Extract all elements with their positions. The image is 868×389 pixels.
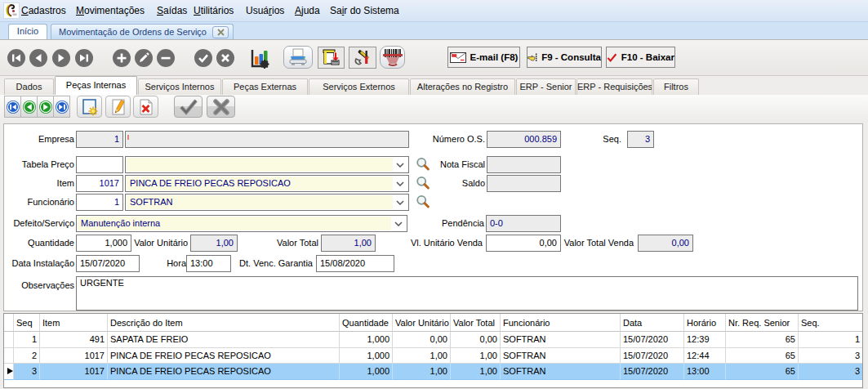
menu-usuarios[interactable]: Usuários (246, 0, 284, 21)
grid-header-data[interactable]: Data (621, 314, 684, 332)
grid-header-descricao[interactable]: Descrição do Item (108, 314, 340, 332)
last-record-button[interactable] (75, 49, 93, 67)
grid-header-nr-req-senior[interactable]: Nr. Req. Senior (726, 314, 799, 332)
next-record-button[interactable] (52, 49, 70, 67)
print-button[interactable] (283, 46, 313, 69)
tab-dados[interactable]: Dados (4, 78, 54, 95)
tab-servicos-externos[interactable]: Serviços Externos (309, 78, 409, 95)
seq-label: Seq. (572, 131, 621, 148)
valor-total-field: 1,00 (321, 235, 376, 252)
defeito-servico-combo[interactable]: Manutenção interna (76, 215, 407, 232)
cell-horario: 12:39 (684, 332, 726, 348)
valor-total-label: Valor Total (253, 235, 318, 252)
email-button[interactable]: E-mail (F8) (447, 47, 520, 68)
cell-valor-total: 1,00 (451, 348, 501, 364)
f10-baixar-button[interactable]: F10 - Baixar (606, 47, 675, 68)
edit-record-glyph-icon (135, 49, 153, 67)
chart-icon[interactable] (250, 47, 271, 70)
tab-close-glyph-icon (217, 29, 225, 36)
menu-saidas[interactable]: Saídas (157, 0, 187, 21)
f9-consulta-button[interactable]: F9 - Consulta (527, 47, 602, 68)
funcionario-search-icon[interactable] (415, 194, 431, 210)
empresa-name-field (125, 131, 409, 148)
grid-header-seq[interactable]: Seq (14, 314, 40, 332)
funcionario-dropdown-icon[interactable] (393, 195, 407, 209)
barcode-scan-glyph-icon (381, 47, 404, 68)
post-record-button[interactable] (194, 49, 212, 67)
hora-field[interactable]: 13:00 (186, 255, 231, 272)
edit-item-button[interactable] (105, 96, 131, 118)
barcode-scan-button[interactable] (380, 46, 405, 69)
grid-header-valor-unitario[interactable]: Valor Unitário (393, 314, 451, 332)
numero-os-label: Número O.S. (403, 131, 485, 148)
delete-item-glyph-icon (136, 97, 156, 117)
grid-row-1[interactable]: 1 491 SAPATA DE FREIO 1,000 0,00 0,00 SO… (4, 332, 862, 348)
grid-header-valor-total[interactable]: Valor Total (451, 314, 501, 332)
cell-data: 15/07/2020 (621, 348, 684, 364)
menu-movimentacoes[interactable]: Movimentações (76, 0, 145, 21)
tabela-preco-code-field[interactable] (76, 156, 123, 173)
first-record-button[interactable] (7, 49, 25, 67)
grid-header-horario[interactable]: Horário (684, 314, 726, 332)
funcionario-combo[interactable]: SOFTRAN (125, 194, 409, 211)
prior-record-button[interactable] (29, 49, 47, 67)
edit-record-button[interactable] (135, 49, 153, 67)
data-instalacao-field[interactable]: 15/07/2020 (76, 255, 140, 272)
report-glyph-icon (322, 48, 341, 67)
insert-record-button[interactable] (113, 49, 131, 67)
grid-header-item[interactable]: Item (40, 314, 108, 332)
menu-ajuda[interactable]: Ajuda (295, 0, 320, 21)
grid-header-funcionario[interactable]: Funcionário (501, 314, 621, 332)
settings-tools-button[interactable] (349, 47, 376, 69)
dt-venc-garantia-field[interactable]: 15/08/2020 (316, 255, 394, 272)
cancel-button[interactable] (207, 96, 235, 118)
new-item-button[interactable] (77, 96, 102, 118)
grid-last-button[interactable] (53, 96, 70, 118)
tab-movimentacao-label: Movimentação de Ordens de Serviço (59, 25, 207, 39)
order-form-panel: Empresa 1 Número O.S. 000.859 Seq. 3 Tab… (3, 123, 863, 311)
cell-funcionario: SOFTRAN (501, 364, 621, 380)
grid-first-button[interactable] (4, 96, 21, 118)
cell-item: 1017 (40, 348, 108, 364)
item-combo[interactable]: PINCA DE FREIO PECAS REPOSICAO (125, 175, 409, 192)
tab-servicos-internos[interactable]: Serviços Internos (138, 78, 221, 95)
main-toolbar: E-mail (F8) F9 - Consulta F10 - Baixar (0, 39, 868, 76)
vl-unitario-venda-label: Vl. Unitário Venda (393, 235, 483, 252)
funcionario-code-field[interactable]: 1 (76, 194, 123, 211)
tab-filtros[interactable]: Filtros (653, 78, 699, 95)
menu-utilitarios[interactable]: Utilitários (194, 0, 234, 21)
grid-header-quantidade[interactable]: Quantidade (340, 314, 393, 332)
tab-inicio[interactable]: Início (8, 24, 47, 39)
cell-seq2: 3 (799, 348, 862, 364)
cancel-record-button[interactable] (216, 49, 234, 67)
tab-pecas-externas[interactable]: Peças Externas (222, 78, 308, 95)
tab-close-icon[interactable] (212, 26, 229, 38)
tab-alteracoes-registro[interactable]: Alterações no Registro (410, 78, 515, 95)
tab-erp-requisicoes[interactable]: ERP - Requisições (576, 78, 652, 95)
grid-header-seq2[interactable]: Seq. (799, 314, 862, 332)
delete-item-button[interactable] (133, 96, 158, 118)
record-toolbar (0, 95, 868, 123)
tab-movimentacao-ordens-servico[interactable]: Movimentação de Ordens de Serviço (51, 24, 234, 39)
grid-next-button[interactable] (37, 96, 54, 118)
cell-descricao: PINCA DE FREIO PECAS REPOSICAO (108, 364, 340, 380)
menu-bar: Cadastros Movimentações Saídas Utilitári… (0, 0, 868, 22)
tab-erp-senior[interactable]: ERP - Senior (516, 78, 576, 95)
menu-cadastros[interactable]: Cadastros (21, 0, 66, 21)
valor-total-venda-field: 0,00 (638, 235, 693, 252)
item-code-field[interactable]: 1017 (76, 175, 123, 192)
tab-pecas-internas[interactable]: Peças Internas (55, 76, 137, 95)
new-item-glyph-icon (80, 97, 100, 117)
grid-row-2[interactable]: 2 1017 PINCA DE FREIO PECAS REPOSICAO 1,… (4, 348, 862, 364)
menu-sair-do-sistema[interactable]: Sair do Sistema (330, 0, 399, 21)
grid-prior-button[interactable] (20, 96, 38, 118)
tabela-preco-combo[interactable] (125, 156, 409, 173)
observacoes-field[interactable]: URGENTE (76, 276, 858, 311)
report-button[interactable] (318, 47, 345, 69)
confirm-button[interactable] (174, 96, 203, 118)
grid-row-3-selected[interactable]: 3 1017 PINCA DE FREIO PECAS REPOSICAO 1,… (4, 364, 862, 380)
delete-record-button[interactable] (157, 49, 175, 67)
document-tab-bar: Início Movimentação de Ordens de Serviço (0, 22, 868, 39)
nota-fiscal-field (487, 156, 561, 173)
saldo-field (487, 175, 561, 192)
